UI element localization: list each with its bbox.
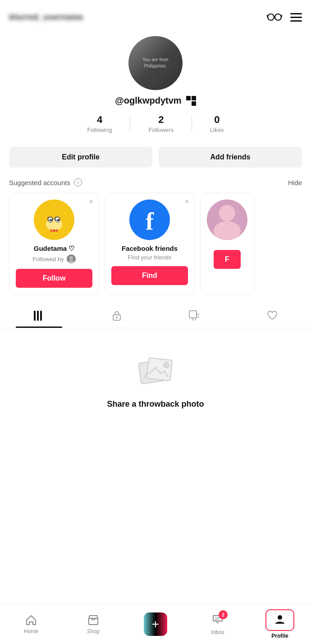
following-count: 4 (97, 114, 102, 126)
grid-icon (33, 310, 45, 322)
likes-count: 0 (214, 114, 220, 126)
stat-followers[interactable]: 2 Followers (130, 114, 192, 133)
nav-add[interactable]: + (124, 612, 187, 636)
partial-avatar (207, 200, 247, 240)
glasses-icon[interactable] (267, 11, 282, 23)
svg-point-42 (278, 615, 282, 620)
tab-tagged[interactable] (156, 304, 233, 328)
suggested-accounts-label: Suggested accounts (9, 179, 70, 186)
bottom-nav: Home Shop + 2 Inbox (0, 603, 311, 644)
svg-line-3 (267, 15, 268, 17)
svg-point-0 (268, 14, 274, 20)
svg-rect-30 (189, 311, 197, 318)
svg-point-24 (214, 221, 241, 240)
add-friends-button[interactable]: Add friends (159, 147, 302, 168)
add-button[interactable]: + (144, 612, 167, 636)
header: blurred_username (0, 0, 311, 32)
svg-rect-25 (34, 311, 36, 321)
content-tabs (0, 304, 311, 328)
nav-home[interactable]: Home (0, 614, 62, 635)
tab-private[interactable] (78, 304, 156, 328)
shop-label: Shop (87, 628, 100, 635)
header-icons (267, 11, 302, 23)
suggested-title: Suggested accounts i (9, 178, 82, 186)
nav-shop[interactable]: Shop (62, 614, 124, 635)
likes-label: Likes (210, 127, 224, 133)
throwback-icon (135, 355, 176, 391)
lock-icon (111, 310, 123, 322)
find-facebook-button[interactable]: Find (111, 266, 188, 285)
suggested-card-gudetama: × (9, 193, 99, 295)
svg-rect-26 (37, 311, 39, 321)
suggested-cards-container: × (0, 191, 311, 302)
empty-state: Share a throwback photo (0, 328, 311, 427)
avatar-note: You are fromPhilippines. (138, 52, 173, 74)
close-gudetama-button[interactable]: × (89, 198, 93, 206)
edit-profile-button[interactable]: Edit profile (9, 147, 152, 168)
stat-following[interactable]: 4 Following (69, 114, 130, 133)
follow-gudetama-button[interactable]: Follow (16, 269, 92, 288)
header-username: blurred_username (9, 13, 83, 22)
stats-row: 4 Following 2 Followers 0 Likes (0, 114, 311, 133)
hide-button[interactable]: Hide (288, 179, 302, 186)
inbox-wrapper: 2 (211, 613, 224, 627)
stat-likes[interactable]: 0 Likes (192, 114, 242, 133)
svg-rect-37 (147, 358, 173, 381)
svg-point-29 (116, 317, 118, 318)
shop-icon (87, 614, 100, 626)
action-buttons: Edit profile Add friends (9, 147, 302, 168)
facebook-name: Facebook friends (122, 245, 178, 252)
followers-label: Followers (148, 127, 174, 133)
facebook-avatar: f (129, 200, 170, 240)
home-label: Home (24, 628, 38, 635)
suggested-accounts-header: Suggested accounts i Hide (0, 172, 311, 191)
svg-line-4 (281, 15, 282, 17)
inbox-label: Inbox (211, 629, 224, 635)
followers-count: 2 (158, 114, 164, 126)
follow-partial-button[interactable]: F (214, 250, 241, 269)
profile-active-border (265, 609, 294, 631)
nav-profile[interactable]: Profile (249, 609, 311, 639)
facebook-sub: Find your friends (128, 254, 172, 261)
gudetama-sub: Followed by (32, 254, 75, 263)
plus-icon: + (152, 618, 159, 630)
svg-point-20 (69, 256, 73, 260)
svg-rect-27 (40, 311, 42, 321)
empty-title: Share a throwback photo (107, 399, 204, 409)
avatar-section: You are fromPhilippines. @oglkwpdytvm 4 … (0, 32, 311, 137)
following-label: Following (87, 127, 112, 133)
profile-label: Profile (271, 633, 288, 639)
tag-icon (188, 310, 200, 322)
svg-point-38 (163, 362, 169, 368)
inbox-badge: 2 (219, 610, 228, 619)
suggested-card-facebook: × f Facebook friends Find your friends F… (105, 193, 195, 295)
tab-grid[interactable] (0, 304, 78, 328)
followed-by-avatar (67, 254, 76, 263)
svg-text:✦: ✦ (63, 211, 67, 216)
username-row: @oglkwpdytvm (115, 95, 196, 106)
menu-icon[interactable] (290, 13, 302, 22)
svg-point-16 (53, 229, 55, 232)
suggested-card-partial: F (200, 193, 254, 295)
heart-icon (266, 310, 278, 322)
svg-point-1 (275, 14, 281, 20)
home-icon (25, 614, 37, 626)
close-facebook-button[interactable]: × (185, 198, 189, 206)
info-icon[interactable]: i (74, 178, 82, 186)
avatar[interactable]: You are fromPhilippines. (128, 36, 183, 90)
gudetama-name: Gudetama ♡ (34, 245, 75, 253)
gudetama-avatar: ✦ ✦ (34, 200, 74, 240)
qr-code-icon[interactable] (186, 96, 196, 106)
tab-liked[interactable] (233, 304, 311, 328)
nav-inbox[interactable]: 2 Inbox (187, 613, 249, 635)
profile-icon (274, 613, 286, 626)
username: @oglkwpdytvm (115, 95, 181, 106)
svg-point-23 (219, 205, 235, 221)
svg-text:✦: ✦ (41, 214, 45, 218)
